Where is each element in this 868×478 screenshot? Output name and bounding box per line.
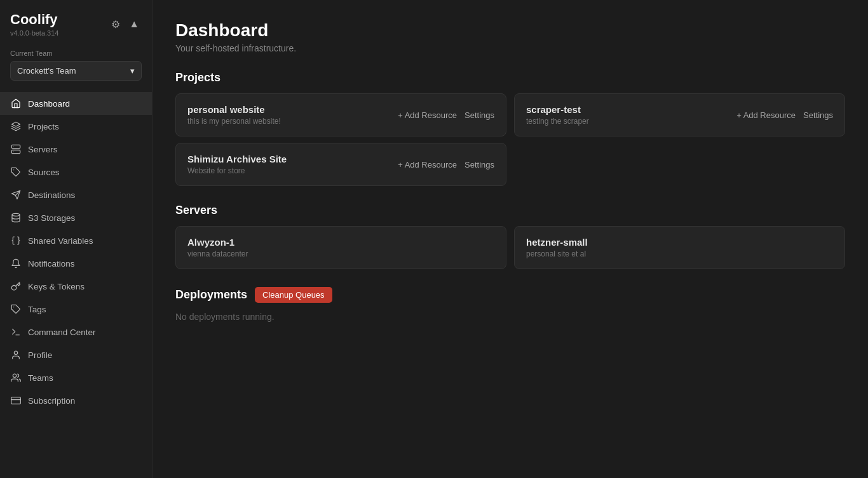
sidebar-item-label: Keys & Tokens xyxy=(28,282,85,291)
sidebar-item-sources[interactable]: Sources xyxy=(0,161,152,183)
team-name: Crockett's Team xyxy=(17,66,76,76)
sidebar-item-command-center[interactable]: Command Center xyxy=(0,321,152,343)
sidebar-item-label: Teams xyxy=(28,373,53,383)
terminal-icon xyxy=(10,326,22,338)
project-card-personal-website[interactable]: personal website this is my personal web… xyxy=(175,93,506,136)
sidebar-item-tags[interactable]: Tags xyxy=(0,298,152,321)
sidebar-item-label: Subscription xyxy=(28,396,75,406)
brand-version: v4.0.0-beta.314 xyxy=(10,29,58,37)
add-resource-button[interactable]: + Add Resource xyxy=(398,160,457,169)
brand-area: Coolify v4.0.0-beta.314 xyxy=(10,11,58,37)
project-info: personal website this is my personal web… xyxy=(187,104,281,126)
deployments-title: Deployments xyxy=(175,288,247,302)
sidebar-item-label: Dashboard xyxy=(28,99,70,109)
svg-point-8 xyxy=(12,214,20,216)
sidebar-item-label: Sources xyxy=(28,168,60,177)
nav-section: Dashboard Projects Servers Sources xyxy=(0,90,152,478)
svg-point-11 xyxy=(14,351,17,354)
current-team-label: Current Team xyxy=(10,50,142,57)
server-desc: vienna datacenter xyxy=(187,249,494,258)
settings-button[interactable]: Settings xyxy=(465,160,494,169)
settings-icon-btn[interactable]: ⚙ xyxy=(109,17,123,32)
project-name: scraper-test xyxy=(526,104,589,115)
tag-icon xyxy=(10,303,22,315)
project-desc: testing the scraper xyxy=(526,117,589,126)
team-selector[interactable]: Crockett's Team ▾ xyxy=(10,61,142,81)
project-card-scraper-test[interactable]: scraper-test testing the scraper + Add R… xyxy=(514,93,845,136)
sidebar-item-keys-tokens[interactable]: Keys & Tokens xyxy=(0,275,152,298)
sidebar-item-destinations[interactable]: Destinations xyxy=(0,183,152,206)
project-actions: + Add Resource Settings xyxy=(398,110,494,120)
project-desc: Website for store xyxy=(187,166,287,175)
bell-icon xyxy=(10,258,22,269)
empty-card-placeholder xyxy=(514,143,845,186)
sidebar-item-label: Servers xyxy=(28,145,58,154)
sidebar-item-teams[interactable]: Teams xyxy=(0,366,152,389)
sidebar-item-dashboard[interactable]: Dashboard xyxy=(0,92,152,115)
svg-rect-2 xyxy=(11,150,20,154)
layers-icon xyxy=(10,121,22,132)
project-info: scraper-test testing the scraper xyxy=(526,104,589,126)
no-deployments-text: No deployments running. xyxy=(175,312,845,322)
brand-name: Coolify xyxy=(10,11,58,28)
sidebar-item-label: Projects xyxy=(28,122,59,131)
sidebar-item-s3-storages[interactable]: S3 Storages xyxy=(0,206,152,229)
settings-button[interactable]: Settings xyxy=(803,110,833,120)
chevron-icon-btn[interactable]: ▲ xyxy=(126,17,142,31)
user-icon xyxy=(10,349,22,361)
sidebar-item-label: Profile xyxy=(28,350,52,360)
main-content: Dashboard Your self-hosted infrastructur… xyxy=(153,0,868,478)
database-icon xyxy=(10,212,22,223)
sidebar-item-notifications[interactable]: Notifications xyxy=(0,252,152,275)
add-resource-button[interactable]: + Add Resource xyxy=(398,110,457,120)
sidebar-item-label: Tags xyxy=(28,305,46,314)
sidebar: Coolify v4.0.0-beta.314 ⚙ ▲ Current Team… xyxy=(0,0,153,478)
gear-icon: ⚙ xyxy=(111,19,120,30)
server-name: hetzner-small xyxy=(526,237,833,248)
project-info: Shimizu Archives Site Website for store xyxy=(187,154,287,175)
server-desc: personal site et al xyxy=(526,249,833,258)
current-team-section: Current Team Crockett's Team ▾ xyxy=(0,44,152,90)
server-card-hetzner[interactable]: hetzner-small personal site et al xyxy=(514,226,845,269)
svg-rect-13 xyxy=(11,397,21,404)
servers-section-title: Servers xyxy=(175,204,845,217)
project-name: personal website xyxy=(187,104,281,115)
svg-marker-0 xyxy=(11,123,20,127)
key-icon xyxy=(10,281,22,292)
server-name: Alwyzon-1 xyxy=(187,237,494,248)
project-desc: this is my personal website! xyxy=(187,117,281,126)
sources-icon xyxy=(10,166,22,178)
braces-icon xyxy=(10,235,22,246)
sidebar-item-label: Shared Variables xyxy=(28,236,93,246)
page-title: Dashboard xyxy=(175,20,845,41)
deployments-header: Deployments Cleanup Queues xyxy=(175,287,845,303)
svg-point-12 xyxy=(13,374,16,377)
sidebar-item-label: Notifications xyxy=(28,259,75,269)
chevron-down-icon: ▾ xyxy=(130,66,135,76)
destinations-icon xyxy=(10,189,22,201)
users-icon xyxy=(10,372,22,383)
server-icon xyxy=(10,143,22,155)
sidebar-item-label: Command Center xyxy=(28,328,96,337)
sidebar-item-profile[interactable]: Profile xyxy=(0,343,152,366)
sidebar-item-projects[interactable]: Projects xyxy=(0,115,152,138)
project-card-shimizu[interactable]: Shimizu Archives Site Website for store … xyxy=(175,143,506,186)
chevron-up-icon: ▲ xyxy=(129,18,139,29)
header-icons: ⚙ ▲ xyxy=(109,17,142,32)
svg-rect-1 xyxy=(11,145,20,149)
home-icon xyxy=(10,98,22,109)
projects-grid-row2: Shimizu Archives Site Website for store … xyxy=(175,143,845,186)
settings-button[interactable]: Settings xyxy=(465,110,494,120)
sidebar-item-shared-variables[interactable]: Shared Variables xyxy=(0,229,152,252)
sidebar-item-subscription[interactable]: Subscription xyxy=(0,389,152,412)
page-subtitle: Your self-hosted infrastructure. xyxy=(175,43,845,53)
credit-card-icon xyxy=(10,395,22,406)
cleanup-queues-button[interactable]: Cleanup Queues xyxy=(255,287,332,303)
projects-grid: personal website this is my personal web… xyxy=(175,93,845,136)
project-name: Shimizu Archives Site xyxy=(187,154,287,164)
server-card-alwyzon[interactable]: Alwyzon-1 vienna datacenter xyxy=(175,226,506,269)
projects-section-title: Projects xyxy=(175,71,845,84)
servers-grid: Alwyzon-1 vienna datacenter hetzner-smal… xyxy=(175,226,845,269)
sidebar-item-servers[interactable]: Servers xyxy=(0,138,152,161)
add-resource-button[interactable]: + Add Resource xyxy=(736,110,796,120)
